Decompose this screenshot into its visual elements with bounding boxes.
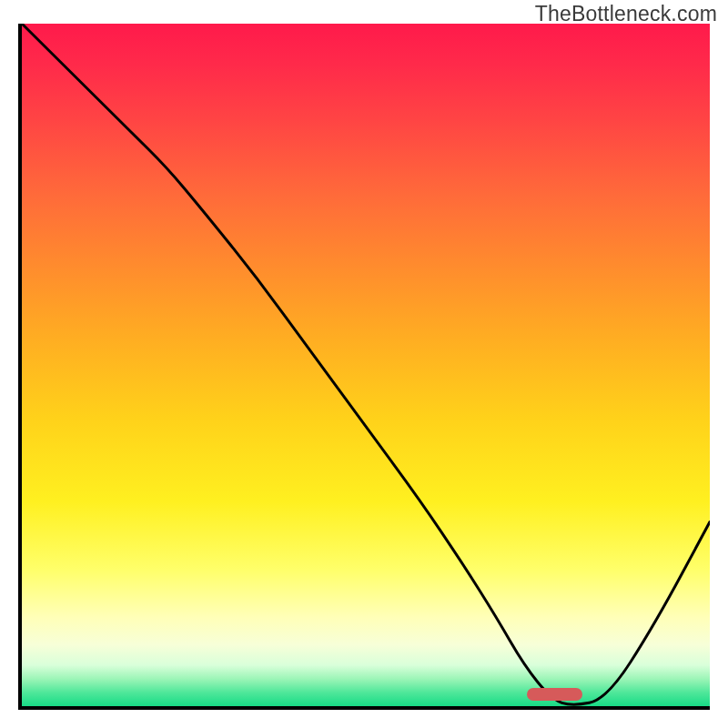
bottleneck-curve [22,24,710,706]
curve-path [22,24,710,704]
optimum-marker [527,688,582,701]
plot-area [18,24,710,710]
chart-stage: TheBottleneck.com [0,0,728,728]
watermark-text: TheBottleneck.com [535,2,717,26]
